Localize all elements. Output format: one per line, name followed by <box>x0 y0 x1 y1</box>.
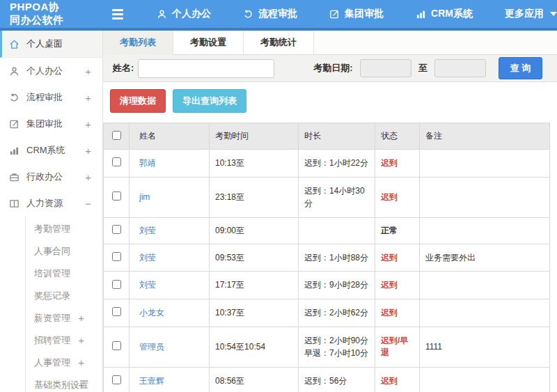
row-checkbox[interactable] <box>112 280 121 289</box>
duration-cell <box>299 217 375 244</box>
expand-plus-icon[interactable]: + <box>78 379 84 391</box>
header-status: 状态 <box>375 123 420 150</box>
expand-plus-icon[interactable]: + <box>78 334 84 346</box>
name-filter-input[interactable] <box>138 59 274 78</box>
person-icon <box>9 66 19 77</box>
collapse-minus-icon[interactable]: − <box>85 198 91 210</box>
tab-attendance-list[interactable]: 考勤列表 <box>103 31 173 55</box>
sidebar-item-label: CRM系统 <box>26 144 65 157</box>
employee-name-link[interactable]: 郭靖 <box>139 158 156 168</box>
sidebar-item-label: 人力资源 <box>26 197 63 210</box>
status-cell: 迟到/早退 <box>375 327 420 367</box>
sidebar-subitem-personnel-contract[interactable]: 人事合同 <box>26 240 102 262</box>
sidebar-subitem-recruitment-management[interactable]: 招聘管理 + <box>26 329 102 352</box>
sidebar-item-crm-system[interactable]: CRM系统 + <box>0 137 102 164</box>
sidebar-item-label: 集团审批 <box>26 118 63 130</box>
row-checkbox[interactable] <box>112 307 121 316</box>
employee-name-link[interactable]: 刘莹 <box>139 253 156 262</box>
status-badge: 迟到 <box>381 376 398 386</box>
sidebar-subitem-salary-management[interactable]: 薪资管理 + <box>26 307 102 329</box>
nav-label: 流程审批 <box>258 8 297 20</box>
sidebar-subitem-attendance-management[interactable]: 考勤管理 <box>26 218 102 240</box>
employee-name-link[interactable]: 刘莹 <box>139 280 156 290</box>
duration-cell: 迟到：1小时88分 <box>299 244 375 272</box>
export-query-list-button[interactable]: 导出查询列表 <box>173 89 246 113</box>
table-row: 小龙女 10:37至 迟到：2小时62分 迟到 <box>104 299 550 327</box>
sidebar-item-human-resources[interactable]: 人力资源 − <box>0 190 102 217</box>
hamburger-menu-icon[interactable] <box>112 9 123 19</box>
sidebar-subitem-basic-category-settings[interactable]: 基础类别设置 + <box>26 374 102 392</box>
status-badge: 迟到/早退 <box>381 336 408 357</box>
row-checkbox[interactable] <box>112 157 121 166</box>
refresh-arrow-icon <box>243 9 253 19</box>
nav-more-apps[interactable]: 更多应用 <box>505 8 557 20</box>
table-row: 刘莹 09:00至 正常 <box>104 217 550 244</box>
note-cell <box>420 217 550 244</box>
app-title: PHPOA协同办公软件 <box>0 1 79 27</box>
bar-chart-icon <box>9 146 19 156</box>
sidebar-item-label: 流程审批 <box>26 91 63 104</box>
attendance-time-cell: 09:53至 <box>210 244 299 272</box>
nav-personal-office[interactable]: 个人办公 <box>157 8 211 20</box>
select-all-checkbox[interactable] <box>112 131 121 140</box>
sidebar-item-personal-desktop[interactable]: 个人桌面 <box>0 31 102 58</box>
expand-plus-icon[interactable]: + <box>85 65 91 77</box>
employee-name-link[interactable]: 管理员 <box>139 342 164 352</box>
row-checkbox[interactable] <box>112 375 121 384</box>
row-checkbox[interactable] <box>112 191 121 201</box>
row-checkbox[interactable] <box>112 225 121 234</box>
date-from-input[interactable] <box>360 59 411 77</box>
status-cell: 迟到 <box>375 177 420 217</box>
sidebar-item-personal-office[interactable]: 个人办公 + <box>0 58 102 84</box>
employee-name-link[interactable]: 刘莹 <box>139 226 156 235</box>
status-cell: 迟到 <box>375 150 420 178</box>
duration-cell: 迟到：14小时30分 <box>299 177 375 217</box>
note-cell <box>420 367 550 392</box>
sidebar-subitem-reward-punishment[interactable]: 奖惩记录 <box>26 285 102 307</box>
sidebar-item-label: 个人桌面 <box>26 38 63 50</box>
expand-plus-icon[interactable]: + <box>78 312 84 324</box>
nav-group-approval[interactable]: 集团审批 <box>329 8 384 20</box>
row-checkbox[interactable] <box>112 341 121 350</box>
chevron-down-icon <box>550 12 557 16</box>
expand-plus-icon[interactable]: + <box>85 171 91 183</box>
top-bar: PHPOA协同办公软件 个人办公 流程审批 集团审批 CRM系统 <box>0 0 557 28</box>
employee-name-link[interactable]: 小龙女 <box>139 308 164 317</box>
attendance-time-cell: 09:00至 <box>210 217 299 244</box>
header-attendance-time: 考勤时间 <box>210 123 299 150</box>
top-navigation: 个人办公 流程审批 集团审批 CRM系统 更多应用 <box>157 8 557 20</box>
sidebar-subitem-personnel-management[interactable]: 人事管理 + <box>26 352 102 374</box>
header-note: 备注 <box>420 123 550 150</box>
expand-plus-icon[interactable]: + <box>78 356 84 368</box>
nav-crm-system[interactable]: CRM系统 <box>416 8 473 20</box>
sidebar-hr-submenu: 考勤管理 人事合同 培训管理 奖惩记录 薪资管理 + 招聘管理 + 人事管理 + <box>25 217 102 392</box>
clean-data-button[interactable]: 清理数据 <box>110 89 166 113</box>
sidebar-subitem-label: 薪资管理 <box>34 313 70 323</box>
status-cell: 迟到 <box>375 272 420 299</box>
tab-attendance-settings[interactable]: 考勤设置 <box>173 31 244 54</box>
query-button[interactable]: 查 询 <box>499 57 543 79</box>
expand-plus-icon[interactable]: + <box>85 92 91 104</box>
sidebar-item-label: 行政办公 <box>26 171 63 183</box>
expand-plus-icon[interactable]: + <box>85 145 91 157</box>
expand-plus-icon[interactable]: + <box>85 118 91 130</box>
employee-name-link[interactable]: jim <box>139 192 150 202</box>
tab-attendance-statistics[interactable]: 考勤统计 <box>244 31 314 54</box>
nav-workflow-approval[interactable]: 流程审批 <box>243 8 297 20</box>
attendance-time-cell: 10:37至 <box>210 299 299 327</box>
table-row: 刘莹 17:17至 迟到：9小时28分 迟到 <box>104 272 550 299</box>
duration-cell: 迟到：2小时62分 <box>299 299 375 327</box>
sidebar-item-workflow-approval[interactable]: 流程审批 + <box>0 84 102 111</box>
table-row: 刘莹 09:53至 迟到：1小时88分 迟到 业务需要外出 <box>104 244 550 272</box>
row-checkbox[interactable] <box>112 252 121 261</box>
sidebar-item-administrative-office[interactable]: 行政办公 + <box>0 164 102 190</box>
sidebar-subitem-training-management[interactable]: 培训管理 <box>26 262 102 285</box>
sidebar-item-group-approval[interactable]: 集团审批 + <box>0 111 102 137</box>
employee-name-link[interactable]: 王壹辉 <box>139 376 164 386</box>
attendance-time-cell: 17:17至 <box>210 272 299 299</box>
date-to-input[interactable] <box>434 59 486 77</box>
header-name: 姓名 <box>130 123 210 150</box>
duration-cell: 迟到：2小时90分早退：7小时10分 <box>299 327 375 367</box>
sidebar-item-label: 个人办公 <box>26 65 63 77</box>
attendance-time-cell: 10:54至10:54 <box>210 327 299 367</box>
